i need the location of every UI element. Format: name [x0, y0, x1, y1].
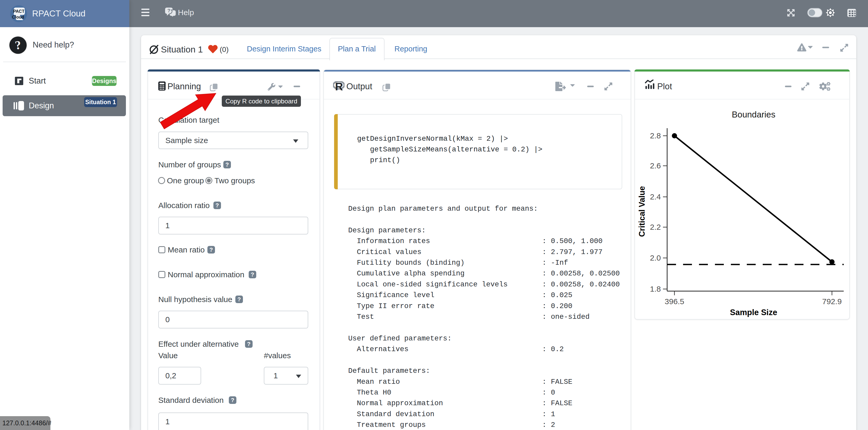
svg-text:1.8: 1.8 [650, 285, 661, 293]
svg-text:R: R [335, 81, 343, 91]
svg-text:?: ? [167, 8, 170, 13]
svg-text:Cloud: Cloud [12, 14, 24, 19]
svg-text:2.4: 2.4 [650, 192, 661, 201]
svg-text:792.9: 792.9 [822, 297, 842, 306]
svg-text:Boundaries: Boundaries [732, 110, 776, 119]
svg-text:2.8: 2.8 [650, 131, 661, 140]
svg-text:Sample Size: Sample Size [730, 308, 777, 317]
svg-text:2.6: 2.6 [650, 161, 661, 170]
svg-text:396.5: 396.5 [664, 297, 684, 306]
svg-text:Critical Value: Critical Value [637, 186, 647, 237]
svg-text:2.0: 2.0 [650, 254, 661, 262]
svg-text:PACT: PACT [13, 9, 25, 13]
svg-text:2.2: 2.2 [650, 223, 661, 231]
